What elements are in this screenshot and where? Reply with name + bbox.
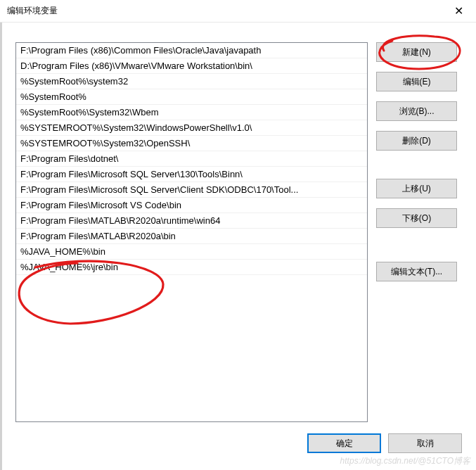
window-title: 编辑环境变量 (7, 5, 58, 17)
edit-text-button[interactable]: 编辑文本(T)... (376, 262, 457, 281)
dialog-bottom-buttons: 确定 取消 (307, 433, 462, 453)
list-item[interactable]: F:\Program Files\dotnet\ (16, 151, 367, 167)
close-icon[interactable]: ✕ (450, 4, 468, 18)
dialog-content: F:\Program Files (x86)\Common Files\Orac… (0, 23, 476, 422)
list-item[interactable]: F:\Program Files\Microsoft SQL Server\Cl… (16, 182, 367, 198)
move-down-button[interactable]: 下移(O) (376, 208, 457, 228)
title-bar: 编辑环境变量 ✕ (0, 0, 476, 23)
new-button[interactable]: 新建(N) (376, 42, 457, 62)
browse-button[interactable]: 浏览(B)... (376, 101, 457, 121)
list-item[interactable]: %JAVA_HOME%\jre\bin (16, 260, 367, 275)
list-item[interactable]: F:\Program Files\Microsoft VS Code\bin (16, 198, 367, 213)
list-item[interactable]: F:\Program Files\MATLAB\R2020a\runtime\w… (16, 213, 367, 229)
ok-button[interactable]: 确定 (307, 433, 381, 453)
list-item[interactable]: %JAVA_HOME%\bin (16, 244, 367, 260)
move-up-button[interactable]: 上移(U) (376, 179, 457, 198)
cancel-button[interactable]: 取消 (388, 433, 462, 453)
delete-button[interactable]: 删除(D) (376, 131, 457, 151)
list-item[interactable]: D:\Program Files (x86)\VMware\VMware Wor… (16, 58, 367, 74)
list-item[interactable]: %SystemRoot%\system32 (16, 74, 367, 89)
list-item[interactable]: %SYSTEMROOT%\System32\OpenSSH\ (16, 136, 367, 151)
list-item[interactable]: %SystemRoot%\System32\Wbem (16, 105, 367, 120)
list-item[interactable]: %SYSTEMROOT%\System32\WindowsPowerShell\… (16, 120, 367, 136)
edit-button[interactable]: 编辑(E) (376, 72, 457, 91)
watermark-text: https://blog.csdn.net/@51CTO博客 (340, 455, 470, 467)
path-listbox[interactable]: F:\Program Files (x86)\Common Files\Orac… (15, 42, 368, 422)
side-buttons: 新建(N) 编辑(E) 浏览(B)... 删除(D) 上移(U) 下移(O) 编… (376, 42, 457, 422)
list-item[interactable]: F:\Program Files\MATLAB\R2020a\bin (16, 229, 367, 244)
list-item[interactable]: %SystemRoot% (16, 89, 367, 105)
list-item[interactable]: F:\Program Files\Microsoft SQL Server\13… (16, 167, 367, 182)
list-item[interactable]: F:\Program Files (x86)\Common Files\Orac… (16, 43, 367, 58)
